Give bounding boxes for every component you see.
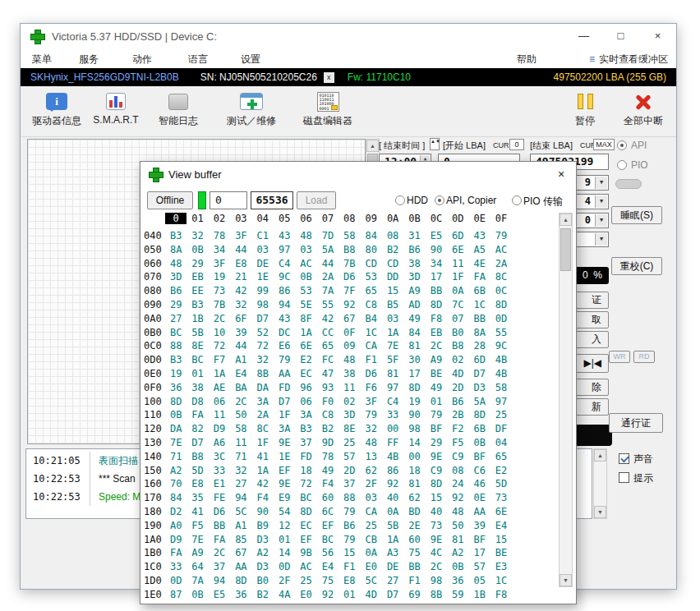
- hex-row[interactable]: 14071B83C71411EFD7857134B009EC9BF65: [144, 450, 556, 464]
- minimize-button[interactable]: —: [565, 24, 602, 48]
- abort-all-button[interactable]: 全部中断: [614, 90, 673, 128]
- live-buffer-view-toggle[interactable]: ≡实时查看缓冲区: [589, 53, 668, 67]
- hex-row[interactable]: 09029B37B3298945E5592C8B5AD8D7C1C8D: [144, 298, 556, 312]
- scroll-up-icon[interactable]: ▲: [366, 140, 379, 152]
- start-lba-label: [开始 LBA]: [443, 140, 486, 152]
- end-time-spinner[interactable]: ▲▼: [430, 138, 440, 150]
- hex-row[interactable]: 0508A0B34440397035AB880B2B6906EA5AC: [144, 243, 556, 257]
- hex-row[interactable]: 150A25D33321AEF18492D628618C908C6E2: [144, 464, 556, 478]
- offline-button[interactable]: Offline: [147, 191, 193, 209]
- hex-row[interactable]: 1B0FAA92C67A2149B56150AA3754CA217BE: [144, 546, 556, 560]
- recalibrate-button[interactable]: 重校(C): [611, 257, 662, 275]
- hex-row[interactable]: 0E019011AE48BAAEC4738D68117BE4DD74B: [144, 367, 556, 381]
- device-firmware: Fw: 11710C10: [348, 71, 411, 83]
- sector-input[interactable]: 0: [210, 191, 247, 209]
- hex-row[interactable]: 1A0D97EFA85D301EFBC79CB1A609E81BF15: [144, 533, 556, 547]
- test-repair-button[interactable]: 测试／维修: [216, 90, 287, 128]
- hex-row[interactable]: 180D241D65C90548D6C79CA0ABD4048AA6E: [144, 505, 556, 519]
- wr-button[interactable]: WR: [609, 351, 630, 363]
- start-cur-chip[interactable]: 0: [509, 139, 524, 150]
- close-button[interactable]: ×: [639, 24, 676, 48]
- rd-button[interactable]: RD: [633, 351, 655, 363]
- title-bar[interactable]: Victoria 5.37 HDD/SSD | Device C: — □ ×: [21, 24, 676, 48]
- hex-row[interactable]: 1708435FE94F4E9BC608803406215920E73: [144, 491, 556, 505]
- disk-editor-label: 磁盘编辑器: [303, 115, 352, 126]
- pio-radio-label: PIO: [631, 159, 648, 171]
- menu-item-settings[interactable]: 设置: [241, 53, 260, 67]
- end-lba-label: [结束 LBA]: [530, 140, 573, 152]
- menu-item-help[interactable]: 帮助: [517, 53, 537, 67]
- sleep-button[interactable]: 睡眠(S): [611, 206, 662, 224]
- hex-row[interactable]: 0B0BC5B103952DC1ACC0F1C1A84EBB08A55: [144, 326, 556, 340]
- hex-col-header: 06: [295, 213, 316, 224]
- drive-info-button[interactable]: i 驱动器信息: [27, 90, 86, 128]
- scroll-up-icon[interactable]: ▲: [594, 449, 606, 462]
- chevron-down-icon[interactable]: ▼: [595, 233, 607, 246]
- smart-button[interactable]: S.M.A.R.T: [90, 90, 142, 126]
- scroll-up-icon[interactable]: ▲: [560, 214, 572, 226]
- menu-item-service[interactable]: 服务: [79, 53, 99, 67]
- hex-row[interactable]: 0D0B3BCF7A13279E2FC48F15F30A9026D4B: [144, 353, 556, 367]
- hex-row[interactable]: 1307ED7A6111F9E379D2548FF1429F50B04: [144, 436, 556, 450]
- pio-transfer-radio-label: PIO 传输: [523, 195, 563, 209]
- tips-checkbox[interactable]: 提示: [619, 471, 653, 485]
- api-radio-label: API: [631, 140, 647, 151]
- serial-close-button[interactable]: x: [324, 72, 334, 83]
- smart-log-button[interactable]: 智能日志: [147, 90, 210, 128]
- api-copier-radio[interactable]: [435, 195, 444, 205]
- port-indicator: [615, 179, 642, 189]
- hex-col-header: 05: [274, 213, 295, 224]
- end-max-chip[interactable]: MAX: [593, 139, 615, 150]
- chevron-down-icon[interactable]: ▼: [595, 195, 607, 208]
- menu-item-menu[interactable]: 菜单: [32, 53, 52, 67]
- scrollbar-thumb[interactable]: [560, 228, 571, 271]
- hex-row[interactable]: 1C0336437AAD30DACE4F1E0DEBB2C0B57E3: [144, 560, 556, 574]
- hex-row[interactable]: 040B332783FC143487D58840831E56D4379: [144, 229, 556, 243]
- hex-row[interactable]: 1E0870BE536B24AE092014DD7698B591BF8: [144, 588, 556, 602]
- scroll-down-icon[interactable]: ▼: [560, 574, 572, 586]
- hex-col-header: 09: [361, 213, 382, 224]
- end-time-label: [ 结束时间 ]: [379, 140, 425, 152]
- hex-row[interactable]: 0C0888E724472E66E6509CA7E812CB8289C: [144, 339, 556, 353]
- buffer-size-input[interactable]: 65536: [251, 191, 293, 209]
- binary-sheet-icon: 0101101100111010000001: [317, 92, 339, 112]
- pio-radio[interactable]: [617, 160, 627, 170]
- hex-col-header: 08: [338, 213, 360, 224]
- hex-rows: 040B332783FC143487D58840831E56D43790508A…: [144, 229, 556, 604]
- hex-row[interactable]: 06048293FE8DEC4AC447BCDCD3834114E2A: [144, 257, 556, 271]
- hex-row[interactable]: 1100BFA11502A1F3AC83D793390792B8D25: [144, 408, 556, 422]
- pio-transfer-radio[interactable]: [512, 195, 522, 205]
- load-button[interactable]: Load: [297, 191, 336, 209]
- hex-row[interactable]: 1008DD8062C3AD706F0023FC41901B65A97: [144, 395, 556, 409]
- hex-row[interactable]: 0F03638AEBADAFD969311F6978D492DD358: [144, 381, 556, 395]
- maximize-button[interactable]: □: [602, 24, 639, 48]
- hex-col-header: 0E: [468, 213, 490, 224]
- sound-checkbox[interactable]: 声音: [619, 453, 653, 466]
- menu-item-language[interactable]: 语言: [188, 53, 208, 67]
- chevron-down-icon[interactable]: ▼: [595, 177, 607, 189]
- api-radio[interactable]: [617, 140, 627, 150]
- passport-button[interactable]: 通行证: [609, 413, 663, 433]
- hdd-radio[interactable]: [395, 195, 405, 205]
- hex-row[interactable]: 080B6EE73429986537A7F6515A9BB0A6B0C: [144, 284, 556, 298]
- hex-row[interactable]: 120DA82D9588C3AB3B28E320098BFF26BDF: [144, 422, 556, 436]
- hdd-radio-label: HDD: [407, 195, 428, 206]
- hex-scrollbar[interactable]: ▲ ▼: [559, 213, 573, 587]
- disk-editor-button[interactable]: 0101101100111010000001 磁盘编辑器: [292, 90, 364, 128]
- hex-row[interactable]: 190A0F5BBA1B912ECEFB6255B2E735039E4: [144, 519, 556, 533]
- dialog-close-button[interactable]: ×: [551, 165, 571, 183]
- chevron-down-icon[interactable]: ▼: [595, 214, 607, 227]
- hex-row[interactable]: 0A0271B2C6FD7438F4267B40349F807BB0D: [144, 312, 556, 326]
- menu-item-actions[interactable]: 动作: [132, 53, 152, 67]
- first-aid-kit-icon: [240, 93, 263, 110]
- hex-col-header: 0F: [490, 213, 512, 224]
- hex-col-header: 0D: [447, 213, 468, 224]
- scroll-down-icon[interactable]: ▼: [594, 506, 606, 518]
- log-scrollbar[interactable]: ▲ ▼: [593, 448, 607, 519]
- hex-col-header: 0B: [403, 213, 425, 224]
- hex-row[interactable]: 16070E8E127429E72F4372F92818D24465D: [144, 477, 556, 491]
- hex-row[interactable]: 0703DEB19211E9C0B2AD653DD3D171FFA8C: [144, 270, 556, 284]
- hex-row[interactable]: 1D00D7A948DB02F2575E85C27F19836051C: [144, 574, 556, 588]
- pause-button[interactable]: 暂停: [564, 90, 606, 128]
- list-icon: ≡: [589, 53, 595, 65]
